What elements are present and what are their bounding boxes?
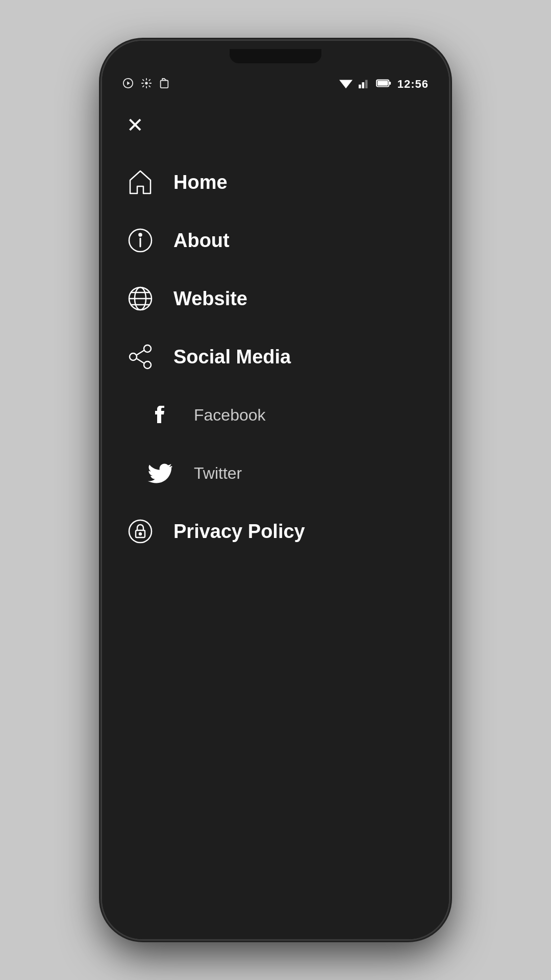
menu-item-privacy-policy[interactable]: Privacy Policy: [102, 502, 449, 560]
privacy-policy-label: Privacy Policy: [173, 521, 305, 543]
signal-icon: [359, 78, 370, 91]
home-label: Home: [173, 172, 228, 193]
svg-marker-4: [339, 80, 353, 89]
svg-rect-10: [389, 82, 391, 85]
sd-card-icon: [159, 78, 169, 91]
menu-item-about[interactable]: About: [102, 211, 449, 270]
svg-point-21: [144, 361, 151, 369]
svg-point-20: [130, 353, 137, 360]
menu-item-website[interactable]: Website: [102, 270, 449, 328]
phone-frame: 12:56 ✕ Home: [102, 41, 449, 939]
lock-icon: [122, 513, 158, 549]
website-label: Website: [173, 288, 247, 310]
svg-point-2: [145, 82, 148, 85]
close-button[interactable]: ✕: [122, 112, 148, 138]
svg-rect-9: [378, 81, 388, 85]
menu-item-facebook[interactable]: Facebook: [102, 386, 449, 444]
battery-icon: [376, 79, 391, 90]
svg-marker-1: [127, 81, 130, 85]
status-right-icons: 12:56: [339, 78, 429, 91]
svg-point-26: [139, 533, 141, 535]
notch: [230, 49, 321, 63]
svg-rect-3: [161, 80, 168, 88]
info-icon: [122, 223, 158, 258]
facebook-icon: [143, 397, 179, 433]
share-icon: [122, 339, 158, 375]
svg-rect-6: [362, 82, 364, 88]
social-media-label: Social Media: [173, 346, 291, 368]
svg-rect-7: [365, 80, 368, 89]
facebook-label: Facebook: [194, 406, 266, 425]
svg-point-13: [139, 234, 142, 236]
about-label: About: [173, 230, 230, 252]
status-bar: 12:56: [102, 71, 449, 97]
status-left-icons: [122, 78, 169, 91]
svg-line-22: [136, 350, 144, 355]
settings-icon: [141, 78, 152, 91]
svg-line-23: [136, 358, 144, 363]
menu-list: Home About: [102, 153, 449, 560]
menu-item-home[interactable]: Home: [102, 153, 449, 211]
home-icon: [122, 164, 158, 200]
svg-point-24: [129, 520, 152, 543]
twitter-icon: [143, 455, 179, 491]
status-time: 12:56: [397, 78, 429, 91]
screen: 12:56 ✕ Home: [102, 41, 449, 939]
play-icon: [122, 78, 134, 91]
close-icon: ✕: [127, 115, 144, 135]
globe-icon: [122, 281, 158, 316]
svg-rect-5: [359, 85, 361, 88]
app-content: ✕ Home: [102, 97, 449, 939]
twitter-label: Twitter: [194, 464, 242, 483]
wifi-icon: [339, 78, 353, 91]
menu-item-social-media[interactable]: Social Media: [102, 328, 449, 386]
menu-item-twitter[interactable]: Twitter: [102, 444, 449, 502]
svg-point-19: [144, 345, 151, 352]
notch-area: [102, 41, 449, 71]
